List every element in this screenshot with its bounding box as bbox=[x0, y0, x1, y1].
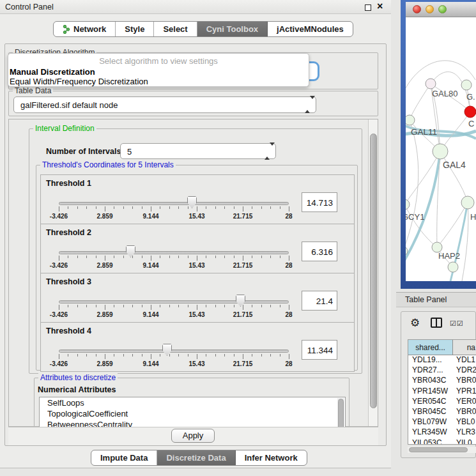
table-data-selected: galFiltered.sif default node bbox=[20, 100, 118, 110]
num-intervals-value: 5 bbox=[127, 146, 132, 156]
network-canvas[interactable]: GAL80G.CGAL11GAL4GCY1HHAP2 bbox=[406, 17, 476, 281]
table-row[interactable]: YBR043CYBR0 bbox=[408, 376, 476, 386]
interval-definition-title: Interval Definition bbox=[33, 124, 96, 133]
close-traffic-light-icon[interactable] bbox=[413, 5, 421, 13]
slider-ticks bbox=[59, 206, 289, 211]
threshold-value-field[interactable]: 14.713 bbox=[302, 192, 337, 212]
cell-name: YLR3 bbox=[453, 427, 476, 438]
vertical-scrollbar-thumb[interactable] bbox=[370, 134, 377, 408]
table-row[interactable]: YBR045CYBR0 bbox=[408, 407, 476, 417]
split-view-icon[interactable] bbox=[431, 318, 442, 328]
slider-ticks bbox=[59, 256, 289, 261]
tick-label: 9.144 bbox=[142, 213, 158, 220]
threshold-value: 11.344 bbox=[307, 345, 333, 355]
tab-jactivemnodules[interactable]: jActiveMNodules bbox=[268, 22, 353, 36]
numerical-attributes-list[interactable]: SelfLoopsTopologicalCoefficientBetweenne… bbox=[39, 397, 346, 431]
slider-tick-labels: -3.4262.8599.14415.4321.71528 bbox=[59, 360, 289, 367]
screen: Control Panel × NetworkStyleSelectCyni T… bbox=[0, 0, 476, 476]
tab-label: Select bbox=[163, 24, 187, 34]
network-node-label: H bbox=[470, 212, 476, 222]
cell-shared-name: YDR27... bbox=[408, 365, 453, 376]
threshold-value-field[interactable]: 11.344 bbox=[302, 340, 337, 360]
threshold-value-field[interactable]: 6.316 bbox=[302, 242, 337, 261]
zoom-traffic-light-icon[interactable] bbox=[438, 5, 447, 13]
tick-label: 28 bbox=[285, 311, 292, 318]
cell-shared-name: YBL079W bbox=[408, 417, 453, 427]
attribute-item[interactable]: TopologicalCoefficient bbox=[40, 408, 345, 419]
table-header-row: shared... na bbox=[408, 340, 476, 355]
threshold-label: Threshold 3 bbox=[46, 277, 91, 286]
tick-label: 9.144 bbox=[142, 311, 158, 318]
table-row[interactable]: YLR345WYLR3 bbox=[408, 427, 476, 438]
network-node-label: GCY1 bbox=[406, 212, 424, 222]
vertical-scrollbar[interactable] bbox=[368, 119, 378, 426]
table-panel-titlebar: Table Panel bbox=[396, 292, 476, 307]
tick-label: 2.859 bbox=[96, 262, 112, 269]
cell-name: YER0 bbox=[453, 397, 476, 407]
tab-cyni-toolbox[interactable]: Cyni Toolbox bbox=[197, 22, 268, 36]
table-data-combo[interactable]: galFiltered.sif default node bbox=[13, 96, 316, 113]
network-node bbox=[426, 79, 436, 89]
table-row[interactable]: YER054CYER0 bbox=[408, 397, 476, 407]
slider-track[interactable] bbox=[59, 349, 289, 353]
bottom-tab-infer-network[interactable]: Infer Network bbox=[236, 450, 307, 465]
threshold-value-field[interactable]: 21.4 bbox=[302, 291, 337, 311]
threshold-value: 14.713 bbox=[307, 197, 333, 207]
slider-track[interactable] bbox=[59, 202, 289, 205]
network-icon bbox=[63, 25, 70, 34]
threshold-value: 21.4 bbox=[316, 296, 333, 305]
minimize-traffic-light-icon[interactable] bbox=[426, 5, 434, 13]
table-row[interactable]: YIL053CYIL0 bbox=[408, 438, 476, 445]
column-header-name[interactable]: na bbox=[453, 340, 476, 355]
tick-label: 2.859 bbox=[96, 213, 112, 220]
cell-shared-name: YDL19... bbox=[408, 355, 453, 365]
checkbox-icons[interactable]: ☑☑ bbox=[450, 319, 464, 328]
tick-label: -3.426 bbox=[50, 360, 68, 367]
tab-style[interactable]: Style bbox=[116, 22, 154, 36]
tick-label: 2.859 bbox=[96, 311, 112, 318]
cell-name: YDR2 bbox=[453, 365, 476, 376]
network-node bbox=[461, 80, 472, 90]
tab-network[interactable]: Network bbox=[54, 22, 116, 36]
table-row[interactable]: YDL19...YDL1 bbox=[408, 355, 476, 365]
algorithm-placeholder: Select algorithm to view settings bbox=[8, 56, 309, 66]
slider-tick-labels: -3.4262.8599.14415.4321.71528 bbox=[59, 213, 289, 220]
slider-track[interactable] bbox=[59, 251, 289, 254]
algorithm-option-equal-width[interactable]: Equal Width/Frequency Discretization bbox=[10, 77, 148, 86]
network-node-label: G. bbox=[466, 92, 475, 102]
horizontal-scrollbar-thumb[interactable] bbox=[409, 447, 468, 452]
cell-shared-name: YPR145W bbox=[408, 387, 453, 397]
threshold-value: 6.316 bbox=[311, 247, 333, 256]
table-row[interactable]: YDR27...YDR2 bbox=[408, 365, 476, 376]
bottom-tab-discretize-data[interactable]: Discretize Data bbox=[157, 450, 235, 465]
node-table[interactable]: shared... na YDL19...YDL1YDR27...YDR2YBR… bbox=[408, 339, 476, 445]
table-panel: ⚙ ☑☑ shared... na YDL19...YDL1YDR27...YD… bbox=[401, 311, 476, 458]
algorithm-option-manual[interactable]: Manual Discretization bbox=[10, 67, 95, 77]
gear-icon[interactable]: ⚙ bbox=[410, 316, 420, 330]
horizontal-scrollbar[interactable] bbox=[408, 447, 476, 453]
bottom-tab-impute-data[interactable]: Impute Data bbox=[91, 450, 157, 465]
network-view-window: GAL80G.CGAL11GAL4GCY1HHAP2 bbox=[401, 0, 476, 289]
network-node-label: GAL11 bbox=[411, 127, 437, 137]
table-data-group-title: Table Data bbox=[13, 86, 53, 95]
cell-name: YPR1 bbox=[453, 387, 476, 397]
stepper-icon bbox=[305, 99, 311, 111]
interval-definition-group: Interval Definition Number of Intervals … bbox=[29, 128, 362, 374]
tick-label: 28 bbox=[285, 360, 292, 367]
slider-tick-labels: -3.4262.8599.14415.4321.71528 bbox=[59, 262, 289, 269]
apply-button[interactable]: Apply bbox=[171, 429, 215, 443]
float-window-icon[interactable] bbox=[365, 4, 371, 11]
attribute-item[interactable]: SelfLoops bbox=[40, 397, 345, 408]
num-intervals-combo[interactable]: 5 bbox=[120, 143, 276, 159]
cell-shared-name: YIL053C bbox=[408, 438, 453, 445]
settings-scrollpane: Interval Definition Number of Intervals … bbox=[8, 119, 378, 427]
column-header-shared-name[interactable]: shared... bbox=[408, 340, 453, 355]
table-row[interactable]: YBL079WYBL0 bbox=[408, 417, 476, 427]
table-row[interactable]: YPR145WYPR1 bbox=[408, 387, 476, 397]
tick-label: 28 bbox=[285, 262, 292, 269]
tab-select[interactable]: Select bbox=[154, 22, 197, 36]
cell-shared-name: YBR043C bbox=[408, 376, 453, 386]
tick-label: -3.426 bbox=[50, 311, 68, 318]
close-icon[interactable]: × bbox=[377, 1, 383, 12]
slider-track[interactable] bbox=[59, 300, 289, 303]
